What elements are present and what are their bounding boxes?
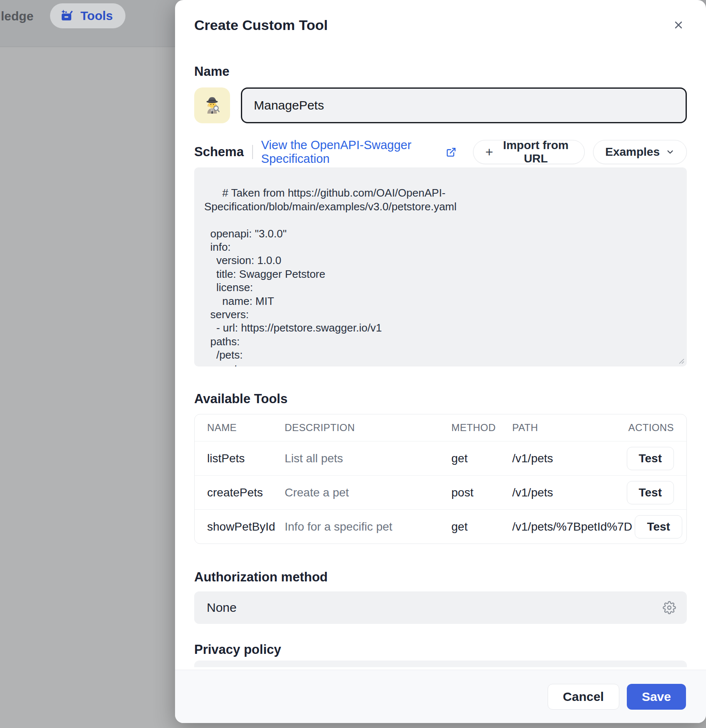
spec-link-label: View the OpenAPI-Swagger Specification <box>261 138 441 166</box>
tool-path: /v1/pets <box>512 486 624 499</box>
available-tools-heading: Available Tools <box>194 391 687 406</box>
authorization-method-field[interactable]: None <box>194 591 687 624</box>
dialog-header: Create Custom Tool <box>175 0 706 34</box>
tool-path: /v1/pets <box>512 452 624 465</box>
import-from-url-button[interactable]: + Import from URL <box>473 140 585 164</box>
openapi-spec-link[interactable]: View the OpenAPI-Swagger Specification <box>261 138 457 166</box>
import-button-label: Import from URL <box>499 139 573 165</box>
tools-magic-box-icon <box>59 8 74 23</box>
authorization-method-value: None <box>207 601 663 615</box>
table-row: listPets List all pets get /v1/pets Test <box>195 441 686 475</box>
name-label: Name <box>194 64 687 79</box>
chevron-down-icon <box>666 147 675 157</box>
tool-description: List all pets <box>285 452 451 465</box>
name-row <box>194 87 687 123</box>
nav-item-knowledge-partial[interactable]: ledge <box>1 9 33 23</box>
schema-text: # Taken from https://github.com/OAI/Open… <box>204 187 457 366</box>
cancel-button[interactable]: Cancel <box>548 684 619 710</box>
external-link-icon <box>446 147 456 157</box>
examples-button-label: Examples <box>605 145 660 159</box>
tools-tab-label: Tools <box>80 9 113 23</box>
column-header-description: DESCRIPTION <box>285 422 451 434</box>
tool-description: Create a pet <box>285 486 451 499</box>
save-button[interactable]: Save <box>627 684 686 710</box>
examples-dropdown-button[interactable]: Examples <box>593 140 687 164</box>
column-header-actions: ACTIONS <box>628 422 674 434</box>
create-custom-tool-dialog: Create Custom Tool Name <box>175 0 706 723</box>
column-header-path: PATH <box>512 422 624 434</box>
plus-icon: + <box>485 145 493 159</box>
vertical-divider <box>252 145 253 159</box>
resize-handle-icon[interactable] <box>677 357 685 364</box>
tool-name-input[interactable] <box>241 87 687 123</box>
table-header-row: NAME DESCRIPTION METHOD PATH ACTIONS <box>195 414 686 441</box>
test-button[interactable]: Test <box>627 447 674 470</box>
authorization-method-heading: Authorization method <box>194 570 687 585</box>
tool-avatar[interactable] <box>194 87 230 123</box>
close-button[interactable] <box>669 16 688 34</box>
test-button[interactable]: Test <box>635 515 682 539</box>
tool-method: post <box>451 486 512 499</box>
column-header-method: METHOD <box>451 422 512 434</box>
tool-description: Info for a specific pet <box>285 520 451 534</box>
dialog-body: Name <box>175 64 706 667</box>
available-tools-table: NAME DESCRIPTION METHOD PATH ACTIONS lis… <box>194 414 687 544</box>
tool-path: /v1/pets/%7BpetId%7D <box>512 520 632 534</box>
table-row: showPetById Info for a specific pet get … <box>195 509 686 544</box>
column-header-name: NAME <box>207 422 285 434</box>
table-row: createPets Create a pet post /v1/pets Te… <box>195 475 686 509</box>
detective-emoji-icon <box>202 95 223 116</box>
close-icon <box>673 19 684 31</box>
privacy-policy-input-partial[interactable] <box>194 661 687 667</box>
schema-label: Schema <box>194 145 244 160</box>
schema-textarea[interactable]: # Taken from https://github.com/OAI/Open… <box>194 167 687 366</box>
tool-method: get <box>451 520 512 534</box>
dialog-footer: Cancel Save <box>175 670 706 723</box>
test-button[interactable]: Test <box>627 481 674 504</box>
dialog-title: Create Custom Tool <box>194 17 328 33</box>
tab-tools[interactable]: Tools <box>50 3 125 28</box>
gear-icon[interactable] <box>663 601 676 614</box>
tool-name: createPets <box>207 486 285 499</box>
privacy-policy-heading: Privacy policy <box>194 642 687 657</box>
schema-toolbar: Schema View the OpenAPI-Swagger Specific… <box>194 140 687 164</box>
tool-method: get <box>451 452 512 465</box>
tool-name: listPets <box>207 452 285 465</box>
tool-name: showPetById <box>207 520 285 534</box>
